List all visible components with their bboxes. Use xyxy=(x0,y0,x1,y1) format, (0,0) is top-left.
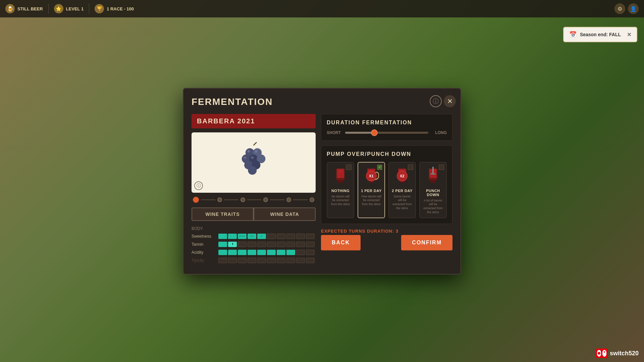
progress-line-1 xyxy=(201,199,215,200)
left-panel: BARBERA 2021 xyxy=(192,114,316,266)
right-panel: DURATION FERMENTATION SHORT LONG PUMP OV… xyxy=(321,114,452,266)
modal-info-button[interactable]: ⓘ xyxy=(430,95,442,107)
bar xyxy=(257,250,266,255)
wine-name-bar: BARBERA 2021 xyxy=(192,114,316,128)
trait-label-sweetness: Sweetness xyxy=(192,234,216,239)
bar xyxy=(277,258,285,263)
progress-dots xyxy=(192,197,316,203)
bar xyxy=(238,250,247,255)
bar xyxy=(277,234,285,239)
trait-label-acidity: Acidity xyxy=(192,250,216,255)
svg-point-11 xyxy=(251,156,254,159)
progress-dot-5 xyxy=(286,197,291,202)
pump-card-1perday[interactable]: ✓ xyxy=(358,162,385,219)
svg-rect-15 xyxy=(338,180,343,183)
traits-category: Body xyxy=(192,226,316,231)
bar xyxy=(267,250,276,255)
pump-cards: Nothing No tannin will be extracted from… xyxy=(327,162,447,219)
bar xyxy=(296,234,305,239)
grape-illustration xyxy=(233,141,274,184)
duration-slider[interactable] xyxy=(345,132,428,134)
tab-wine-traits[interactable]: Wine Traits xyxy=(192,207,254,221)
trait-label-tannin: Tannin xyxy=(192,242,216,247)
grape-info-button[interactable]: ⓘ xyxy=(194,181,203,190)
pump-card-nothing[interactable]: Nothing No tannin will be extracted from… xyxy=(327,162,354,219)
bar-special: ⬆ xyxy=(228,242,237,247)
bar xyxy=(248,250,256,255)
bar xyxy=(296,258,305,263)
pump-card-2perday-image: X2 xyxy=(392,166,412,186)
svg-rect-32 xyxy=(602,350,606,357)
traits-section: Body Sweetness ✓✓✓ ✓✓ xyxy=(192,226,316,263)
expected-turns-value: 3 xyxy=(396,229,398,234)
bar xyxy=(277,250,285,255)
bar xyxy=(286,258,295,263)
bar xyxy=(228,250,237,255)
pump-card-1perday-image: X1 xyxy=(361,166,381,186)
pump-card-1perday-title: 1 per day xyxy=(361,189,382,193)
bar xyxy=(248,242,256,247)
pump-section: PUMP OVER/PUNCH DOWN xyxy=(321,145,452,224)
bar xyxy=(228,258,237,263)
pump-card-punchdown[interactable]: Punch down A lot of tannin will be extra… xyxy=(419,162,447,219)
bar xyxy=(286,250,295,255)
bar-special: ✓✓✓ xyxy=(238,234,247,239)
bar xyxy=(306,258,315,263)
bar xyxy=(228,234,237,239)
slider-short-label: SHORT xyxy=(327,130,342,135)
progress-dot-3 xyxy=(240,197,245,202)
bar xyxy=(257,242,266,247)
tab-wine-data[interactable]: Wine Data xyxy=(254,207,316,221)
pump-card-2perday[interactable]: X2 2 per day Some tannin will be extract… xyxy=(388,162,416,219)
bar xyxy=(267,234,276,239)
progress-line-3 xyxy=(247,199,262,200)
pump-card-2perday-title: 2 per day xyxy=(392,189,413,193)
slider-long-label: LONG xyxy=(432,130,447,135)
x2-badge: X2 xyxy=(397,171,408,181)
modal-overlay: FERMENTATION ⓘ ✕ BARBERA 2021 xyxy=(0,0,644,362)
bar xyxy=(218,234,227,239)
modal-title: FERMENTATION xyxy=(192,97,452,107)
trait-label-tipicity: Tipicity xyxy=(192,258,216,263)
progress-dot-1 xyxy=(193,197,199,203)
trait-bars-sweetness: ✓✓✓ ✓✓ ✓ xyxy=(218,234,315,239)
pump-card-punchdown-title: Punch down xyxy=(423,189,443,197)
svg-point-34 xyxy=(604,351,605,353)
modal-content: BARBERA 2021 xyxy=(192,114,452,266)
svg-point-10 xyxy=(244,156,246,159)
svg-point-33 xyxy=(598,352,600,355)
bar xyxy=(286,242,295,247)
expected-turns-label: EXPECTED TURNS DURATION: xyxy=(321,229,394,234)
expected-turns: EXPECTED TURNS DURATION: 3 xyxy=(321,229,452,234)
slider-thumb[interactable] xyxy=(371,129,378,136)
progress-dot-4 xyxy=(263,197,268,202)
x1-badge: X1 xyxy=(366,171,377,181)
slider-fill xyxy=(345,132,374,134)
grape-image-container: ⓘ xyxy=(192,132,316,193)
trait-row-acidity: Acidity xyxy=(192,250,316,255)
bar xyxy=(218,242,227,247)
wine-name: BARBERA 2021 xyxy=(197,117,310,125)
bar xyxy=(257,258,266,263)
modal-close-button[interactable]: ✕ xyxy=(444,95,456,107)
progress-dot-2 xyxy=(217,197,222,202)
progress-dot-6 xyxy=(310,197,314,202)
pump-card-1perday-desc: Few tannin will be extracted from the sk… xyxy=(361,195,382,206)
duration-section: DURATION FERMENTATION SHORT LONG xyxy=(321,114,452,141)
bar xyxy=(267,258,276,263)
back-button[interactable]: BACK xyxy=(321,235,361,250)
svg-rect-26 xyxy=(429,178,437,180)
bar xyxy=(218,250,227,255)
bar xyxy=(306,234,315,239)
switch-badge-text: switch520 xyxy=(610,350,639,357)
svg-rect-29 xyxy=(430,173,436,175)
confirm-button[interactable]: CONFIRM xyxy=(401,235,452,250)
svg-rect-13 xyxy=(337,169,344,179)
svg-point-9 xyxy=(255,150,257,152)
svg-rect-28 xyxy=(432,167,434,174)
bar xyxy=(296,242,305,247)
pump-card-nothing-image xyxy=(330,166,351,186)
pump-card-punchdown-image xyxy=(423,166,443,186)
bar-special: ✓✓ xyxy=(248,234,256,239)
pump-card-nothing-desc: No tannin will be extracted from the ski… xyxy=(330,195,351,206)
